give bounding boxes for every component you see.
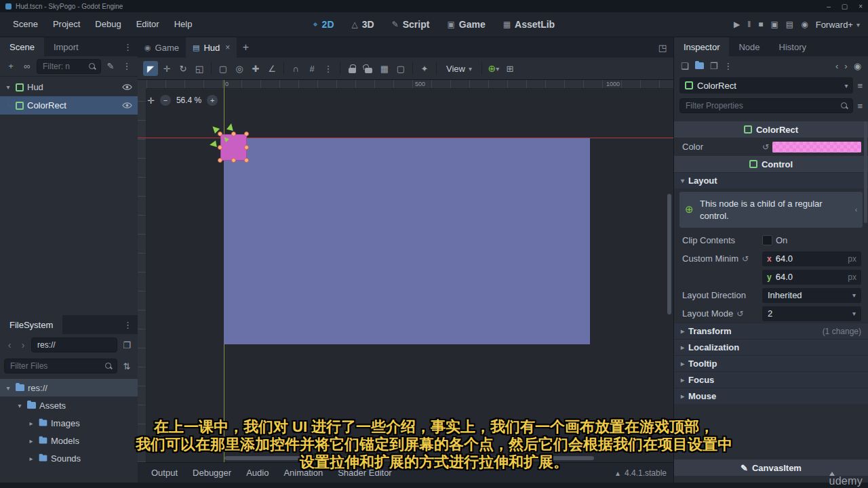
selection-handle[interactable] bbox=[218, 145, 222, 150]
ruler-tool-icon[interactable]: ∠ bbox=[264, 61, 279, 76]
scene-tab-game[interactable]: ◉ Game bbox=[138, 37, 186, 58]
stop-button[interactable]: ■ bbox=[758, 20, 763, 29]
workspace-3d[interactable]: △ 3D bbox=[344, 19, 382, 30]
tab-filesystem[interactable]: FileSystem bbox=[0, 315, 62, 334]
unlock-icon[interactable] bbox=[361, 61, 376, 76]
scene-tab-hud[interactable]: ▤ Hud × bbox=[186, 37, 237, 58]
zoom-in-button[interactable]: + bbox=[207, 95, 218, 106]
ungroup-icon[interactable]: ▢ bbox=[393, 61, 408, 76]
load-resource-icon[interactable] bbox=[695, 62, 704, 69]
maximize-button[interactable]: ▢ bbox=[842, 3, 848, 10]
history-forward-icon[interactable]: › bbox=[844, 61, 847, 71]
canvas-viewport[interactable]: 0 500 1000 bbox=[138, 80, 673, 462]
revert-icon[interactable]: ↺ bbox=[742, 254, 749, 264]
revert-icon[interactable]: ↺ bbox=[762, 142, 769, 152]
add-node-button[interactable]: + bbox=[4, 60, 18, 73]
menu-help[interactable]: Help bbox=[167, 12, 200, 37]
workspace-game[interactable]: ▣ Game bbox=[439, 19, 493, 30]
workspace-assetlib[interactable]: ▦ AssetLib bbox=[495, 19, 563, 30]
anchor-pin-icon[interactable] bbox=[209, 140, 217, 148]
filter-properties-input[interactable] bbox=[684, 100, 837, 111]
tab-inspector[interactable]: Inspector bbox=[674, 37, 729, 56]
scene-node-hud[interactable]: ▾ Hud bbox=[0, 78, 138, 96]
selection-handle[interactable] bbox=[244, 145, 249, 150]
view-menu[interactable]: View ▾ bbox=[441, 64, 477, 74]
pin-icon[interactable]: ◉ bbox=[854, 61, 861, 71]
chevron-left-icon[interactable]: ‹ bbox=[855, 205, 857, 215]
visibility-eye-icon[interactable] bbox=[121, 102, 134, 109]
menu-debug[interactable]: Debug bbox=[87, 12, 128, 37]
rotate-tool-icon[interactable]: ↻ bbox=[176, 61, 191, 76]
select-region-icon[interactable]: ▢ bbox=[216, 61, 231, 76]
filesystem-menu-icon[interactable]: ⋮ bbox=[118, 320, 138, 330]
minimize-button[interactable]: – bbox=[827, 3, 831, 10]
lock-icon[interactable] bbox=[344, 61, 359, 76]
node-selector[interactable]: ColorRect ▾ bbox=[679, 77, 853, 94]
scene-node-colorrect[interactable]: └ ColorRect bbox=[0, 96, 138, 115]
anchor-preset-button[interactable]: ⊕ ▾ bbox=[486, 61, 501, 76]
skeleton-options-icon[interactable]: ✦ bbox=[417, 61, 432, 76]
sort-files-icon[interactable]: ⇅ bbox=[120, 359, 134, 373]
select-tool-icon[interactable]: ◤ bbox=[143, 61, 158, 76]
selection-handle[interactable] bbox=[218, 158, 222, 163]
colorrect-selection[interactable] bbox=[220, 134, 247, 161]
tab-import[interactable]: Import bbox=[44, 37, 88, 56]
back-icon[interactable]: ‹ bbox=[4, 340, 15, 350]
expand-viewport-icon[interactable]: ◳ bbox=[652, 43, 673, 53]
play-button[interactable]: ▶ bbox=[734, 20, 740, 29]
section-mouse[interactable]: ▸ Mouse bbox=[674, 388, 868, 404]
anchor-pin-icon[interactable] bbox=[226, 123, 235, 131]
min-size-x-field[interactable]: x 64.0 px bbox=[762, 251, 861, 266]
scene-dock-menu-icon[interactable]: ⋮ bbox=[118, 42, 138, 52]
object-options-icon[interactable]: ≡ bbox=[857, 81, 863, 91]
pan-tool-icon[interactable]: ✚ bbox=[248, 61, 263, 76]
movie-mode-icon[interactable]: ▤ bbox=[786, 20, 793, 29]
collapse-icon[interactable]: ▾ bbox=[4, 83, 12, 91]
snap-options-menu-icon[interactable]: ⋮ bbox=[321, 61, 336, 76]
tab-node[interactable]: Node bbox=[729, 37, 769, 56]
close-button[interactable]: × bbox=[859, 3, 863, 10]
filter-files-input[interactable] bbox=[9, 361, 102, 371]
selection-handle[interactable] bbox=[244, 158, 249, 163]
path-input[interactable] bbox=[36, 340, 113, 350]
collapse-icon[interactable]: ▾ bbox=[4, 384, 12, 392]
revert-icon[interactable]: ↺ bbox=[736, 309, 743, 319]
copy-path-icon[interactable]: ❐ bbox=[120, 338, 134, 352]
section-focus[interactable]: ▸ Focus bbox=[674, 371, 868, 388]
selection-handle[interactable] bbox=[231, 158, 236, 163]
expand-anchors-icon[interactable]: ⊞ bbox=[502, 61, 517, 76]
zoom-level[interactable]: 56.4 % bbox=[176, 96, 201, 105]
menu-editor[interactable]: Editor bbox=[129, 12, 167, 37]
move-tool-icon[interactable]: ✛ bbox=[159, 61, 174, 76]
canvas-vertical-scrollbar[interactable] bbox=[667, 194, 671, 314]
section-localization[interactable]: ▸ Localization bbox=[674, 339, 868, 355]
renderer-selector[interactable]: Forward+ ▾ bbox=[816, 20, 860, 30]
history-back-icon[interactable]: ‹ bbox=[835, 61, 838, 71]
anchor-pin-icon[interactable] bbox=[222, 136, 229, 142]
center-view-icon[interactable]: ✛ bbox=[147, 96, 155, 106]
pause-button[interactable]: ‖ bbox=[747, 20, 751, 29]
new-scene-tab-button[interactable]: + bbox=[237, 37, 254, 58]
selection-handle[interactable] bbox=[244, 131, 249, 136]
smart-snap-icon[interactable]: ∩ bbox=[288, 61, 303, 76]
layout-direction-dropdown[interactable]: Inherited ▾ bbox=[762, 288, 861, 303]
color-swatch[interactable] bbox=[772, 142, 861, 152]
group-icon[interactable]: ▦ bbox=[377, 61, 392, 76]
visibility-eye-icon[interactable] bbox=[121, 83, 134, 91]
min-size-y-field[interactable]: y 64.0 px bbox=[762, 270, 861, 285]
section-tooltip[interactable]: ▸ Tooltip bbox=[674, 355, 868, 371]
clip-contents-checkbox[interactable] bbox=[762, 235, 772, 245]
selection-handle[interactable] bbox=[231, 131, 236, 136]
property-menu-icon[interactable]: ≡ bbox=[857, 101, 863, 111]
remote-debug-icon[interactable]: ▣ bbox=[771, 20, 778, 29]
grid-snap-icon[interactable]: # bbox=[304, 61, 319, 76]
inspector-scrollbar[interactable] bbox=[864, 121, 867, 223]
layout-mode-dropdown[interactable]: 2 ▾ bbox=[762, 306, 861, 321]
close-tab-icon[interactable]: × bbox=[225, 43, 230, 52]
fs-item-res[interactable]: ▾ res:// bbox=[0, 379, 138, 396]
selection-handle[interactable] bbox=[218, 131, 222, 136]
new-resource-icon[interactable]: ❏ bbox=[681, 61, 689, 71]
section-layout[interactable]: ▾ Layout bbox=[674, 172, 868, 188]
menu-project[interactable]: Project bbox=[45, 12, 87, 37]
resource-menu-icon[interactable]: ⋮ bbox=[724, 61, 732, 71]
